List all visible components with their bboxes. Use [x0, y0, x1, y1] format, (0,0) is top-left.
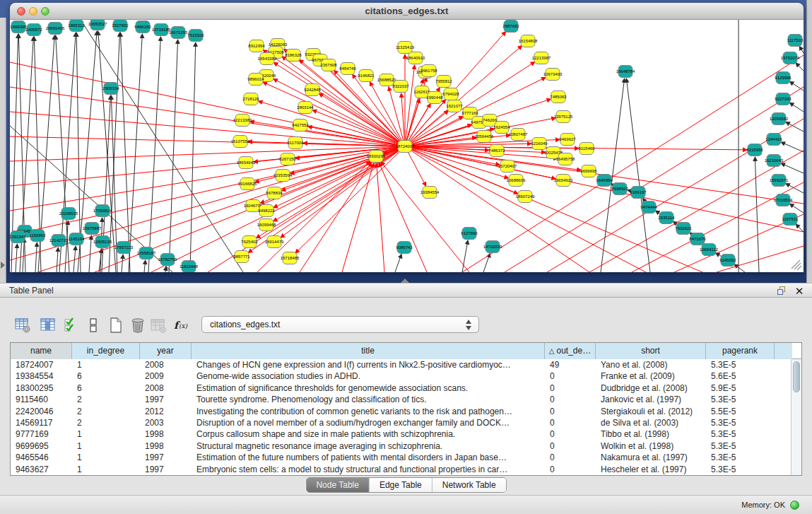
table-cell: Yano et al. (2008)	[596, 359, 706, 370]
float-panel-icon[interactable]	[777, 286, 787, 296]
show-columns-button[interactable]	[38, 315, 58, 335]
table-row[interactable]: 1938455462009Genome-wide association stu…	[11, 370, 801, 382]
svg-text:(x): (x)	[179, 322, 188, 329]
tab-node-table[interactable]: Node Table	[306, 478, 370, 492]
graph-node-label: 10973493	[543, 72, 563, 76]
table-row[interactable]: 911546021997Tourette syndrome. Phenomeno…	[11, 394, 801, 405]
window-titlebar[interactable]: citations_edges.txt	[10, 3, 804, 20]
expand-left-panel-icon[interactable]	[1, 262, 5, 269]
select-columns-button[interactable]	[62, 315, 82, 335]
graph-node-label: 17359924	[93, 209, 112, 213]
graph-node-label: 18724007	[396, 144, 415, 148]
graph-node-label: 10654112	[700, 247, 719, 252]
resize-grip-icon[interactable]	[792, 260, 801, 270]
citation-edge-black	[148, 37, 160, 272]
network-canvas[interactable]: 1669305240557220691406186531210653527152…	[10, 20, 804, 272]
graph-node-label: 8938923	[611, 187, 628, 191]
graph-node-label: 18640910	[406, 56, 425, 60]
import-table-button[interactable]	[148, 315, 168, 335]
graph-node-label: 9699695	[580, 169, 597, 173]
tab-edge-table[interactable]: Edge Table	[370, 478, 433, 492]
table-row[interactable]: 2242004622012Investigating the contribut…	[11, 406, 801, 417]
graph-node-label: 8427552	[292, 123, 309, 127]
citation-edge-black	[122, 255, 123, 272]
table-tab-bar: Node TableEdge TableNetwork Table	[0, 477, 812, 493]
citation-edge-black	[800, 47, 804, 53]
table-cell: de Silva et al. (2003)	[596, 417, 706, 428]
cytoscape-network-desktop: citations_edges.txt 16693052405572206914…	[0, 0, 812, 283]
column-header-title[interactable]: title	[192, 343, 545, 359]
table-row[interactable]: 946554611997Estimation of the future num…	[11, 452, 801, 463]
tab-network-table[interactable]: Network Table	[433, 478, 506, 492]
graph-node-label: 1621077	[446, 104, 463, 108]
table-cell: 0	[545, 406, 596, 417]
graph-node-label: 1527602	[112, 23, 129, 28]
graph-node-label: 12213987	[532, 56, 551, 60]
row-options-button[interactable]	[83, 315, 103, 335]
column-header-pagerank[interactable]: pagerank	[706, 343, 775, 359]
table-cell: 5.6E-5	[706, 370, 775, 382]
close-panel-icon[interactable]: ✕	[793, 284, 806, 298]
table-cell: 2	[72, 394, 140, 405]
column-header-short[interactable]: short	[596, 343, 706, 359]
new-column-button[interactable]	[106, 315, 126, 335]
graph-node-label: 16782759	[158, 257, 177, 262]
table-panel-header[interactable]: Table Panel ✕	[0, 283, 812, 298]
table-row[interactable]: 969969511998Structural magnetic resonanc…	[11, 440, 801, 452]
citation-edge-red	[405, 146, 646, 272]
graph-node-label: 9227343	[775, 97, 792, 101]
scrollbar-thumb[interactable]	[793, 361, 800, 392]
table-cell: 9465546	[11, 452, 72, 463]
table-row[interactable]: 977716911998Corpus callosum shape and si…	[11, 428, 801, 440]
column-header-out-degree[interactable]: △out_de…	[545, 343, 596, 359]
table-cell: Changes of HCN gene expression and I(f) …	[192, 359, 545, 370]
citation-edge-black	[23, 239, 24, 272]
column-header-in-degree[interactable]: in_degree	[72, 343, 140, 359]
network-table-selector[interactable]: citations_edges.txt	[201, 316, 479, 333]
citation-edge-black	[782, 142, 804, 152]
table-cell: Corpus callosum shape and size in male p…	[192, 428, 545, 440]
table-cell: 49	[545, 359, 596, 370]
table-vertical-scrollbar[interactable]	[791, 359, 801, 475]
graph-node-label: 19166825	[238, 182, 257, 186]
graph-node-label: 16671355	[169, 30, 188, 35]
function-builder-button[interactable]: f (x)	[171, 315, 191, 335]
table-cell: 5.3E-5	[706, 417, 775, 428]
table-cell: Wolkin et al. (1998)	[596, 440, 706, 452]
table-cell: Embryonic stem cells: a model to study s…	[192, 464, 545, 475]
table-row[interactable]: 1456911722003Disruption of a novel membe…	[11, 417, 801, 428]
table-row[interactable]: 1830029562008Estimation of significance …	[11, 382, 801, 394]
table-cell: 2009	[140, 370, 192, 382]
column-header-name[interactable]: name	[11, 343, 72, 359]
table-panel-title: Table Panel	[9, 284, 54, 298]
table-mode-button[interactable]	[13, 315, 33, 335]
graph-node-label: 1669305	[10, 25, 27, 29]
table-cell: 5.3E-5	[706, 452, 775, 463]
graph-node-label: 15718485	[281, 256, 300, 260]
stacked-rows-icon	[85, 317, 102, 334]
graph-node-label: 14702039	[483, 245, 502, 249]
table-disabled-icon	[150, 317, 167, 334]
table-row[interactable]: 946362711997Embryonic stem cells: a mode…	[11, 464, 801, 475]
column-header-year[interactable]: year	[140, 343, 192, 359]
table-cell: Tibbo et al. (1998)	[596, 428, 706, 440]
graph-node-label: 13975125	[554, 115, 573, 119]
graph-node-label: 17016504	[774, 198, 793, 202]
table-header-row: name in_degree year title △out_de… short…	[11, 343, 801, 359]
graph-node-label: 12905135	[93, 240, 112, 244]
table-cell: 6	[72, 370, 140, 382]
citation-edge-red	[10, 146, 405, 260]
graph-node-label: 11923448	[180, 264, 199, 269]
citation-edge-black	[57, 248, 58, 272]
graph-node-label: 20564456	[475, 134, 494, 139]
table-columns-icon	[40, 317, 57, 334]
graph-node-label: 9498222	[258, 209, 275, 213]
graph-node-label: 9242845	[304, 88, 321, 92]
delete-column-button[interactable]	[128, 315, 148, 335]
table-cell: 1	[72, 359, 140, 370]
table-row[interactable]: 1872400712008Changes of HCN gene express…	[11, 359, 801, 370]
citation-edge-black	[782, 163, 804, 173]
table-cell: 1	[72, 452, 140, 463]
table-cell: 18300295	[11, 382, 72, 394]
table-cell: 5.3E-5	[706, 464, 775, 475]
